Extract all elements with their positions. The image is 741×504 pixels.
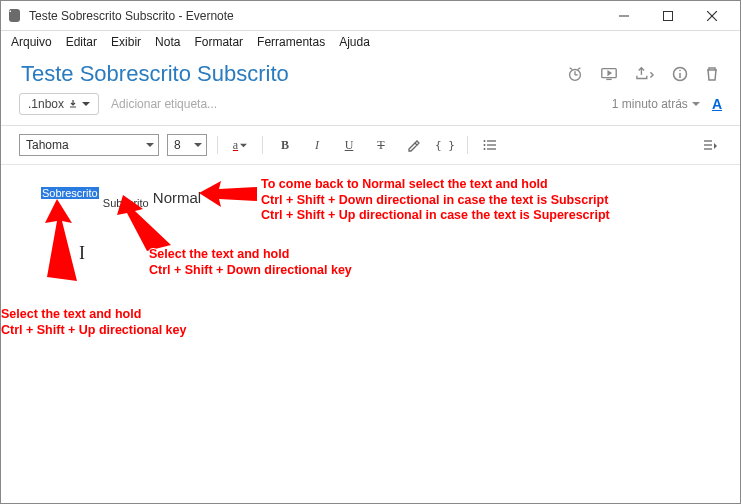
close-button[interactable] [690, 2, 734, 30]
list-button[interactable] [478, 134, 502, 156]
annotation-text: Select the text and hold Ctrl + Shift + … [149, 247, 352, 278]
svg-line-7 [570, 68, 573, 70]
app-icon [7, 8, 23, 24]
timestamp: 1 minuto atrás [612, 97, 700, 111]
tag-input[interactable]: Adicionar etiqueta... [111, 97, 600, 111]
svg-marker-30 [45, 199, 77, 281]
superscript-text-selected: Sobrescrito [41, 187, 99, 199]
menu-arquivo[interactable]: Arquivo [11, 35, 52, 49]
svg-line-8 [578, 68, 581, 70]
note-title[interactable]: Teste Sobrescrito Subscrito [21, 61, 566, 87]
svg-point-25 [484, 148, 486, 150]
font-size-select[interactable]: 8 [167, 134, 207, 156]
svg-point-23 [484, 140, 486, 142]
minimize-button[interactable] [602, 2, 646, 30]
share-icon[interactable] [634, 65, 656, 83]
underline-button[interactable]: U [337, 134, 361, 156]
code-block-button[interactable]: { } [433, 134, 457, 156]
svg-marker-29 [714, 143, 717, 149]
annotation-text: Select the text and hold Ctrl + Shift + … [1, 307, 186, 338]
annotation-text: To come back to Normal select the text a… [261, 177, 610, 224]
notebook-selector[interactable]: .1nbox [19, 93, 99, 115]
window-title: Teste Sobrescrito Subscrito - Evernote [29, 9, 234, 23]
strikethrough-button[interactable]: T [369, 134, 393, 156]
menu-editar[interactable]: Editar [66, 35, 97, 49]
menu-exibir[interactable]: Exibir [111, 35, 141, 49]
menu-ferramentas[interactable]: Ferramentas [257, 35, 325, 49]
svg-marker-17 [146, 143, 154, 147]
menubar: Arquivo Editar Exibir Nota Formatar Ferr… [1, 31, 740, 55]
svg-marker-18 [194, 143, 202, 147]
font-color-button[interactable]: A [712, 96, 722, 112]
menu-ajuda[interactable]: Ajuda [339, 35, 370, 49]
font-family-value: Tahoma [26, 138, 69, 152]
delete-icon[interactable] [704, 65, 720, 83]
svg-marker-10 [608, 71, 611, 75]
more-formatting-button[interactable] [698, 134, 722, 156]
svg-marker-31 [117, 195, 171, 251]
menu-formatar[interactable]: Formatar [194, 35, 243, 49]
info-icon[interactable] [672, 66, 688, 82]
annotation-arrow [27, 199, 87, 289]
svg-marker-16 [692, 102, 700, 106]
chevron-down-icon [240, 142, 247, 149]
svg-point-14 [679, 70, 681, 72]
svg-point-24 [484, 144, 486, 146]
menu-nota[interactable]: Nota [155, 35, 180, 49]
font-family-select[interactable]: Tahoma [19, 134, 159, 156]
font-size-value: 8 [174, 138, 181, 152]
highlight-button[interactable] [401, 134, 425, 156]
bold-button[interactable]: B [273, 134, 297, 156]
present-icon[interactable] [600, 65, 618, 83]
notebook-name: .1nbox [28, 97, 64, 111]
download-icon [68, 99, 78, 109]
note-body[interactable]: Sobrescrito Subscrito Normal I To come b… [1, 165, 740, 491]
annotation-arrow [199, 181, 259, 209]
svg-marker-32 [199, 181, 257, 207]
reminder-icon[interactable] [566, 65, 584, 83]
format-toolbar: Tahoma 8 a B I U T { } [1, 126, 740, 165]
svg-marker-15 [82, 102, 90, 106]
chevron-down-icon [146, 141, 154, 149]
svg-rect-1 [664, 11, 673, 20]
chevron-down-icon [82, 100, 90, 108]
chevron-down-icon [194, 141, 202, 149]
font-color-tool[interactable]: a [228, 134, 252, 156]
annotation-arrow [109, 195, 179, 255]
italic-button[interactable]: I [305, 134, 329, 156]
chevron-down-icon [692, 100, 700, 108]
maximize-button[interactable] [646, 2, 690, 30]
svg-marker-19 [240, 143, 247, 147]
